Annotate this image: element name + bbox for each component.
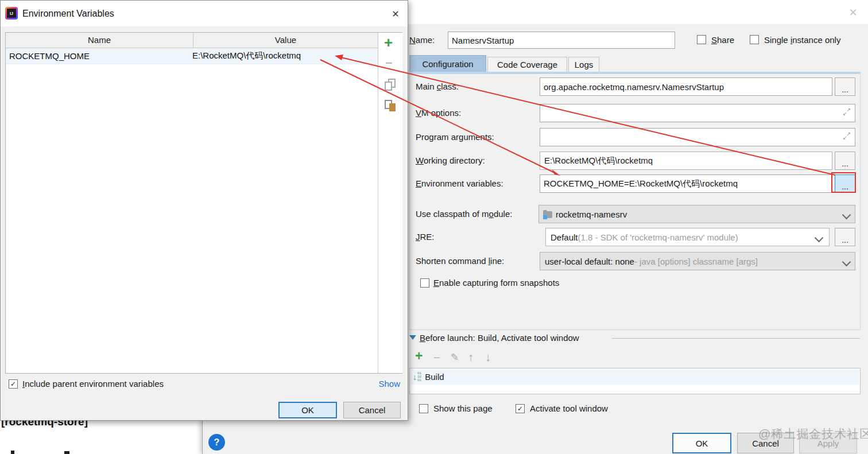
vm-options-input[interactable] bbox=[540, 104, 855, 122]
env-variables-table: Name Value ROCKETMQ_HOME E:\RocketMQ\代码\… bbox=[5, 32, 402, 374]
show-link[interactable]: Show bbox=[375, 377, 400, 391]
chevron-down-icon bbox=[842, 211, 851, 220]
chevron-down-icon bbox=[815, 234, 824, 243]
environment-variables-input[interactable] bbox=[540, 174, 832, 193]
build-icon: ↓ 01 10 01 bbox=[413, 372, 421, 382]
env-var-name: ROCKETMQ_HOME bbox=[6, 51, 190, 61]
main-class-label: Main class: bbox=[416, 77, 459, 96]
single-instance-label: Single instance only bbox=[764, 32, 840, 49]
jre-browse-button[interactable]: ... bbox=[835, 228, 855, 246]
activate-tool-window-label: Activate tool window bbox=[530, 402, 608, 416]
program-arguments-label: Program arguments: bbox=[416, 128, 494, 146]
before-launch-item-build[interactable]: ↓ 01 10 01 Build bbox=[410, 369, 859, 385]
name-label: Name: bbox=[409, 32, 435, 49]
enable-capturing-label: Enable capturing form snapshots bbox=[433, 276, 559, 290]
main-class-input[interactable] bbox=[540, 77, 832, 96]
copy-icon[interactable] bbox=[385, 79, 396, 91]
tab-configuration[interactable]: Configuration bbox=[409, 55, 486, 72]
help-icon[interactable]: ? bbox=[208, 434, 225, 451]
show-this-page-label: Show this page bbox=[433, 402, 493, 416]
program-arguments-input[interactable] bbox=[540, 128, 855, 146]
use-classpath-label: Use classpath of module: bbox=[416, 205, 512, 223]
shorten-command-line-combo[interactable]: user-local default: none - java [options… bbox=[540, 252, 855, 270]
jre-label: JRE: bbox=[416, 228, 435, 246]
activate-tool-window-checkbox[interactable]: ✓ bbox=[516, 404, 525, 413]
table-row[interactable]: ROCKETMQ_HOME E:\RocketMQ\代码\rocketmq bbox=[6, 48, 378, 64]
include-parent-label: Include parent environment variables bbox=[22, 377, 164, 391]
clipped-text-fragment bbox=[11, 451, 14, 454]
working-directory-combo[interactable]: E:\RocketMQ\代码\rocketmq bbox=[540, 152, 832, 170]
use-classpath-combo[interactable]: rocketmq-namesrv bbox=[538, 205, 855, 223]
env-dialog-title: Environment Variables bbox=[22, 1, 114, 26]
close-icon[interactable]: ✕ bbox=[845, 5, 861, 21]
tab-logs[interactable]: Logs bbox=[568, 57, 599, 72]
cancel-button[interactable]: Cancel bbox=[343, 402, 401, 418]
move-down-icon[interactable]: ↓ bbox=[485, 351, 491, 363]
screenshot-page: [rocketmq-store] ✕ Name: Share Single in… bbox=[0, 0, 868, 454]
single-instance-checkbox[interactable] bbox=[750, 35, 759, 44]
ok-button[interactable]: OK bbox=[672, 433, 731, 453]
remove-task-icon[interactable]: − bbox=[433, 352, 440, 363]
enable-capturing-checkbox[interactable] bbox=[420, 278, 429, 288]
paste-icon[interactable] bbox=[385, 100, 396, 112]
before-launch-list: ↓ 01 10 01 Build bbox=[409, 368, 861, 394]
table-header-value: Value bbox=[193, 33, 378, 48]
working-directory-label: Working directory: bbox=[416, 152, 485, 170]
table-toolbar: + − bbox=[378, 33, 402, 373]
tab-code-coverage[interactable]: Code Coverage bbox=[487, 57, 567, 72]
remove-variable-icon[interactable]: − bbox=[385, 57, 393, 69]
close-icon[interactable]: ✕ bbox=[388, 6, 404, 22]
add-task-icon[interactable]: + bbox=[415, 350, 423, 362]
working-directory-browse-button[interactable]: ... bbox=[835, 152, 855, 170]
expand-field-icon[interactable]: ↗ ↙ bbox=[843, 131, 851, 141]
shorten-command-line-label: Shorten command line: bbox=[416, 252, 504, 270]
vm-options-label: VM options: bbox=[416, 104, 461, 122]
main-class-browse-button[interactable]: ... bbox=[835, 77, 855, 96]
before-launch-collapse-icon[interactable] bbox=[409, 335, 416, 340]
add-variable-icon[interactable]: + bbox=[384, 35, 393, 50]
jre-combo[interactable]: Default (1.8 - SDK of 'rocketmq-namesrv'… bbox=[545, 228, 830, 246]
clipped-text-fragment bbox=[64, 451, 69, 454]
chevron-down-icon bbox=[842, 258, 851, 267]
configuration-panel: Main class: ... VM options: ↗ ↙ Program … bbox=[409, 72, 861, 330]
name-input[interactable] bbox=[448, 32, 675, 49]
watermark: @稀土掘金技术社区 bbox=[758, 426, 868, 442]
intellij-logo-icon: IJ bbox=[5, 7, 18, 20]
table-header-row: Name Value bbox=[6, 33, 378, 48]
environment-variables-browse-button[interactable]: ... bbox=[835, 174, 855, 193]
env-var-value: E:\RocketMQ\代码\rocketmq bbox=[190, 51, 301, 61]
table-header-name: Name bbox=[6, 33, 193, 48]
show-this-page-checkbox[interactable] bbox=[419, 404, 428, 413]
share-checkbox[interactable] bbox=[697, 35, 706, 44]
environment-variables-dialog: IJ Environment Variables ✕ Name Value RO… bbox=[0, 0, 408, 421]
environment-variables-label: Environment variables: bbox=[416, 174, 503, 193]
move-up-icon[interactable]: ↑ bbox=[468, 351, 474, 363]
module-icon bbox=[543, 210, 553, 219]
divider bbox=[612, 338, 860, 339]
include-parent-checkbox[interactable]: ✓ bbox=[9, 379, 18, 389]
expand-field-icon[interactable]: ↗ ↙ bbox=[843, 107, 851, 117]
edit-task-icon[interactable]: ✎ bbox=[451, 352, 459, 363]
ok-button[interactable]: OK bbox=[278, 402, 337, 418]
share-label: Share bbox=[711, 32, 734, 49]
before-launch-label: Before launch: Build, Activate tool wind… bbox=[420, 333, 579, 343]
